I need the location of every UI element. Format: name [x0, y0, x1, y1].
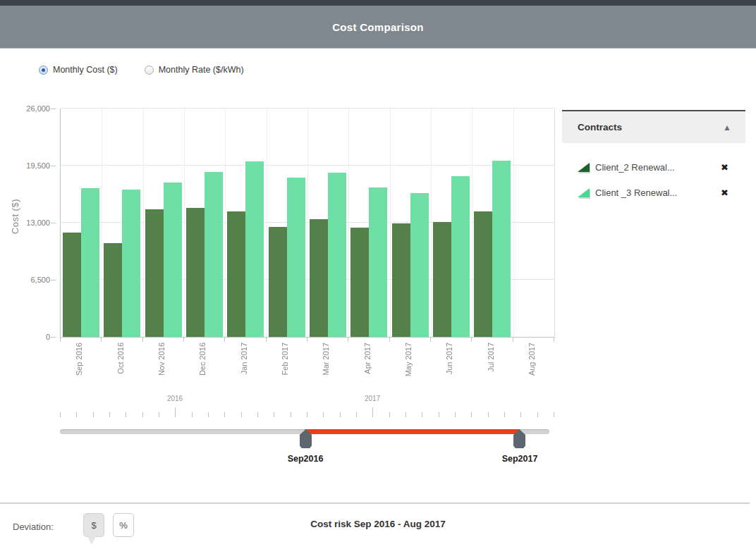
timeline-selected-range[interactable] — [305, 429, 520, 434]
timeline-tick — [208, 412, 209, 417]
footer-title: Cost risk Sep 2016 - Aug 2017 — [0, 519, 756, 529]
y-axis: 06,50013,00019,50026,000 — [0, 109, 60, 337]
bar-client-3-renewal--jun-2017[interactable] — [451, 176, 470, 337]
category-slot — [225, 109, 266, 337]
timeline-tick — [455, 412, 456, 417]
bar-client-2-renewal--mar-2017[interactable] — [310, 219, 328, 337]
timeline-tick — [389, 412, 390, 417]
category-slot — [513, 109, 554, 337]
x-tick-mark — [430, 338, 431, 342]
x-tick-mark — [348, 338, 348, 342]
x-axis-label: Nov 2016 — [157, 343, 166, 376]
x-axis-label: Mar 2017 — [322, 343, 330, 375]
remove-contract-icon[interactable]: ✖ — [721, 162, 728, 173]
titlebar: Cost Comparison — [0, 6, 756, 49]
radio-unselected-icon[interactable] — [145, 66, 154, 75]
timeline-tick — [323, 412, 324, 417]
x-tick-mark — [60, 338, 61, 342]
x-tick-mark — [307, 338, 307, 342]
x-axis-label: Aug 2017 — [528, 343, 536, 376]
x-tick-mark — [389, 338, 390, 342]
x-axis-labels: Sep 2016Oct 2016Nov 2016Dec 2016Jan 2017… — [60, 343, 554, 393]
y-tick-mark — [51, 223, 56, 223]
bar-client-2-renewal--apr-2017[interactable] — [350, 228, 369, 337]
bar-client-3-renewal--may-2017[interactable] — [410, 193, 429, 337]
bar-client-3-renewal--sep-2016[interactable] — [81, 188, 99, 337]
contracts-panel: Contracts ▲ Client_2 Renewal...✖Client _… — [562, 110, 745, 205]
timeline-tick — [142, 412, 143, 417]
radio-selected-icon[interactable] — [39, 66, 48, 75]
legend-item: Client _3 Renewal...✖ — [562, 180, 745, 205]
timeline-tick — [109, 412, 110, 417]
bar-client-2-renewal--sep-2016[interactable] — [63, 233, 81, 337]
y-tick-label: 6,500 — [1, 276, 50, 284]
contracts-panel-header[interactable]: Contracts ▲ — [562, 110, 745, 143]
bar-client-2-renewal--dec-2016[interactable] — [186, 208, 205, 337]
bar-client-3-renewal--nov-2016[interactable] — [164, 183, 182, 337]
timeline-tick — [175, 407, 176, 417]
y-tick-label: 26,000 — [1, 104, 50, 113]
x-tick-mark — [101, 338, 102, 342]
bar-client-2-renewal--feb-2017[interactable] — [269, 227, 287, 337]
x-tick-mark — [183, 338, 184, 342]
x-tick-mark — [266, 338, 267, 342]
y-tick-mark — [51, 166, 56, 166]
collapse-panel-icon[interactable]: ▲ — [723, 123, 731, 132]
category-slot — [472, 109, 513, 337]
category-slot — [307, 109, 348, 337]
x-tick-mark — [142, 338, 143, 342]
contracts-panel-title: Contracts — [578, 122, 622, 132]
timeline-tick — [471, 412, 472, 417]
y-tick-label: 0 — [1, 333, 50, 341]
category-slot — [267, 109, 307, 337]
bar-client-2-renewal--jul-2017[interactable] — [474, 211, 492, 337]
footer-divider — [0, 502, 750, 504]
timeline-end-label: Sep2017 — [488, 454, 551, 464]
bar-client-3-renewal--feb-2017[interactable] — [287, 178, 305, 337]
category-slot — [102, 109, 142, 337]
x-tick-mark — [224, 338, 225, 342]
timeline-tick — [504, 412, 505, 417]
timeline-tick — [159, 412, 159, 417]
timeline-tick — [274, 412, 274, 417]
legend-item: Client_2 Renewal...✖ — [562, 154, 745, 180]
bar-client-3-renewal--oct-2016[interactable] — [122, 190, 140, 337]
bar-client-2-renewal--may-2017[interactable] — [392, 223, 410, 337]
timeline-tick — [241, 412, 242, 417]
contract-label: Client _3 Renewal... — [595, 187, 677, 198]
bar-client-3-renewal--dec-2016[interactable] — [205, 172, 223, 337]
contract-color-triangle-icon — [578, 163, 590, 172]
cost-comparison-window: Cost Comparison Monthly Cost ($) Monthly… — [0, 0, 756, 549]
radio-monthly-cost[interactable]: Monthly Cost ($) — [39, 65, 118, 75]
timeline-tick — [422, 412, 422, 417]
timeline-tick — [76, 412, 77, 417]
remove-contract-icon[interactable]: ✖ — [721, 187, 728, 198]
timeline-tick — [192, 412, 193, 417]
bar-client-3-renewal--jan-2017[interactable] — [245, 161, 264, 337]
bar-client-3-renewal--apr-2017[interactable] — [369, 187, 387, 337]
bar-client-2-renewal--jun-2017[interactable] — [433, 222, 451, 337]
y-tick-label: 13,000 — [1, 218, 50, 227]
bar-client-2-renewal--oct-2016[interactable] — [104, 243, 122, 337]
x-axis-label: Jan 2017 — [240, 343, 248, 374]
bar-client-3-renewal--jul-2017[interactable] — [492, 161, 511, 337]
x-axis-label: Jun 2017 — [445, 343, 453, 374]
contract-color-triangle-icon — [578, 188, 590, 197]
bar-client-2-renewal--jan-2017[interactable] — [227, 211, 245, 337]
timeline-tick — [488, 412, 489, 417]
y-tick-label: 19,500 — [1, 161, 50, 170]
y-tick-mark — [51, 109, 56, 109]
x-axis-label: May 2017 — [404, 343, 413, 376]
timeline-year-label: 2016 — [154, 395, 196, 402]
contracts-legend-list: Client_2 Renewal...✖Client _3 Renewal...… — [562, 143, 745, 205]
timeline-tick — [554, 412, 554, 417]
bar-client-3-renewal--mar-2017[interactable] — [328, 173, 346, 337]
radio-monthly-rate[interactable]: Monthly Rate ($/kWh) — [145, 65, 244, 75]
bar-client-2-renewal--nov-2016[interactable] — [145, 209, 164, 337]
category-slot — [143, 109, 184, 337]
x-axis-label: Apr 2017 — [363, 343, 372, 374]
timeline-tick — [356, 412, 357, 417]
x-axis-label: Jul 2017 — [487, 343, 495, 372]
timeline-tick — [340, 412, 341, 417]
x-axis-label: Sep 2016 — [75, 343, 83, 376]
